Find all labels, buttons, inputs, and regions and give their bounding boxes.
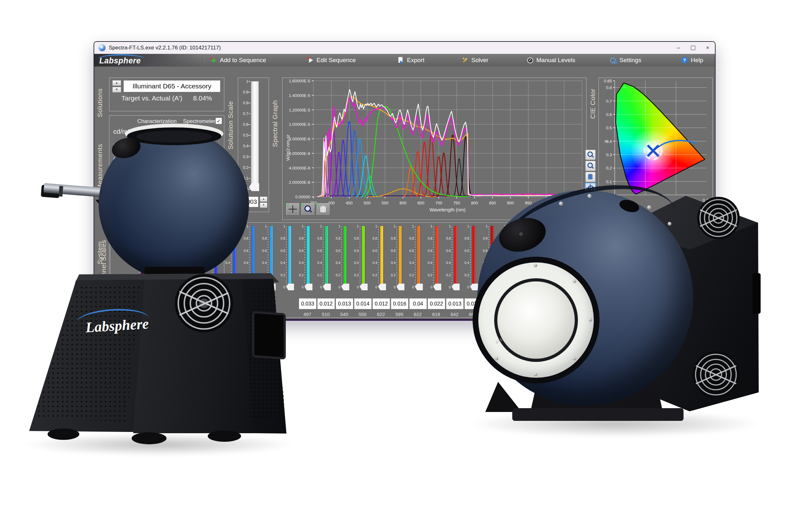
channel-value-field[interactable]: 0.012 — [317, 298, 335, 309]
channel-tick-label: 0.6 — [387, 249, 395, 253]
graph-pan-tool-button[interactable] — [316, 203, 330, 215]
channel-tick-label: 1 — [424, 224, 432, 228]
channel-slider-track — [417, 226, 420, 287]
channel-tick-label: 0.2 — [313, 273, 322, 277]
solution-scale-track[interactable] — [251, 81, 259, 190]
right-device-bolt — [668, 222, 671, 226]
solution-scale-tick-label: 0.4 — [239, 144, 248, 148]
channel-slider-track — [399, 226, 401, 287]
channel-slider-handle[interactable] — [360, 284, 368, 290]
solution-scale-down-button[interactable]: ▼ — [260, 203, 267, 208]
channel-slider-handle[interactable] — [341, 284, 349, 290]
channel-slider-handle[interactable] — [378, 284, 386, 290]
channel-tick-label: 0.6 — [258, 249, 267, 253]
menu-item-settings[interactable]: Settings — [610, 54, 641, 67]
svg-text:550: 550 — [382, 201, 389, 205]
channel-tick-label: 0.4 — [258, 261, 267, 265]
channel-tick-label: 0 — [332, 285, 340, 289]
graph-zoom-tool-button[interactable] — [301, 203, 315, 215]
cie-zoom-in-tool-button[interactable] — [585, 150, 596, 160]
channel-value-field[interactable]: 0.016 — [391, 298, 409, 309]
led-icon — [302, 204, 304, 206]
menu-item-export[interactable]: Export — [397, 54, 424, 67]
channel-slider-handle[interactable] — [470, 284, 478, 290]
graph-cursor-tool-button[interactable] — [286, 203, 300, 215]
channel-tick-label: 0.4 — [405, 261, 414, 265]
cie-pan-tool-button[interactable] — [585, 172, 596, 182]
graph-x-axis-title: Wavelength (nm) — [400, 207, 495, 212]
svg-text:0.6: 0.6 — [606, 112, 612, 117]
channel-value-field[interactable]: 0.022 — [428, 298, 445, 309]
brand-zone: Labsphere — [94, 54, 203, 67]
svg-text:750: 750 — [453, 201, 460, 205]
solution-down-button[interactable]: ▼ — [112, 87, 121, 92]
svg-text:0.7: 0.7 — [606, 99, 612, 103]
channel-11: 10.80.60.40.200.013540 — [333, 226, 351, 319]
channel-value-field[interactable]: 0.033 — [299, 298, 316, 309]
spectral-plot[interactable]: 3504004505005506006507007508008509009501… — [313, 81, 582, 197]
channel-slider-handle[interactable] — [433, 284, 441, 290]
maximize-button[interactable] — [686, 42, 700, 54]
channel-tick-label: 0.8 — [313, 237, 322, 240]
menu-item-manual-levels[interactable]: Manual Levels — [527, 54, 575, 67]
channel-tick-label: 0.6 — [405, 249, 414, 253]
channel-slider-handle[interactable] — [415, 284, 423, 290]
menu-item-edit-sequence[interactable]: Edit Sequence — [307, 54, 356, 67]
channel-tick-label: 0.2 — [369, 273, 377, 277]
solution-scale-up-button[interactable]: ▲ — [260, 197, 267, 202]
left-device-port-inner — [137, 131, 212, 142]
svg-text:850: 850 — [489, 201, 496, 205]
channel-tick-label: 1 — [369, 224, 377, 228]
channel-slider-handle[interactable] — [396, 284, 404, 290]
channel-slider-handle[interactable] — [305, 284, 312, 290]
channel-value-field[interactable]: 0.013 — [446, 298, 464, 309]
channel-tick-label: 0 — [313, 285, 322, 289]
channel-slider-handle[interactable] — [286, 284, 294, 290]
cie-diagram[interactable]: 0.850.80.70.60.50.40.30.20.1000.75 — [615, 81, 707, 195]
menu-label: Settings — [619, 57, 641, 64]
menu-item-solver[interactable]: Solver — [462, 54, 489, 67]
left-device-logo: Labsphere — [67, 306, 164, 353]
channel-slider-handle[interactable] — [323, 284, 331, 290]
channel-tick-label: 0.6 — [461, 249, 469, 253]
svg-text:1.40000E-5: 1.40000E-5 — [289, 93, 310, 98]
close-button[interactable]: × — [700, 42, 715, 54]
tick-mark — [249, 146, 250, 146]
spectrometer-checkbox[interactable]: ✓ — [216, 118, 222, 124]
spectral-graph-panel-label: Spectral Graph — [271, 78, 279, 170]
channel-tick-label: 0 — [461, 285, 469, 289]
tick-mark — [249, 114, 250, 114]
solution-scale-spinner: ▲▼ — [260, 197, 267, 209]
channel-tick-label: 0.8 — [479, 237, 488, 240]
channel-tick-label: 0.4 — [332, 261, 340, 265]
channel-tick-label: 0.4 — [442, 261, 451, 265]
svg-text:1.20000E-5: 1.20000E-5 — [289, 108, 310, 113]
solution-select-field[interactable]: Illuminant D65 - Accessory — [123, 80, 221, 92]
channel-value-field[interactable]: 0.014 — [354, 298, 372, 309]
spectral-curve — [403, 166, 418, 197]
channel-tick-label: 0.2 — [332, 273, 340, 277]
title-bar[interactable]: Spectra-FT-LS.exe v2.2.1.76 (ID: 1014217… — [94, 42, 715, 54]
channel-wavelength-label: 497 — [298, 311, 316, 317]
cie-white-point-marker — [648, 146, 658, 156]
minimize-button[interactable]: – — [671, 42, 686, 54]
left-device-foot — [48, 428, 79, 440]
right-device-port-bolt — [573, 357, 576, 360]
channel-tick-label: 0.2 — [424, 273, 432, 277]
tick-mark — [249, 81, 250, 82]
solution-scale-handle[interactable] — [249, 183, 259, 191]
menu-item-help[interactable]: ? Help — [681, 54, 703, 67]
solution-spinner: ▲▼ — [112, 80, 120, 92]
channel-value-field[interactable]: 0.012 — [373, 298, 390, 309]
channel-tick-label: 0.6 — [350, 249, 359, 253]
cie-zoom-window-tool-button[interactable] — [585, 161, 596, 171]
left-device-foot — [131, 432, 166, 444]
channel-value-field[interactable]: 0.013 — [336, 298, 353, 309]
solution-up-button[interactable]: ▲ — [112, 80, 121, 86]
channel-slider-handle[interactable] — [452, 284, 460, 290]
target-vs-actual-label: Target vs. Actual (A') — [121, 94, 182, 102]
menu-item-add-to-sequence[interactable]: Add to Sequence — [210, 54, 266, 67]
channel-value-field[interactable]: 0.04 — [409, 298, 427, 309]
svg-text:650: 650 — [417, 201, 424, 205]
right-device-port-bolt — [534, 264, 537, 267]
